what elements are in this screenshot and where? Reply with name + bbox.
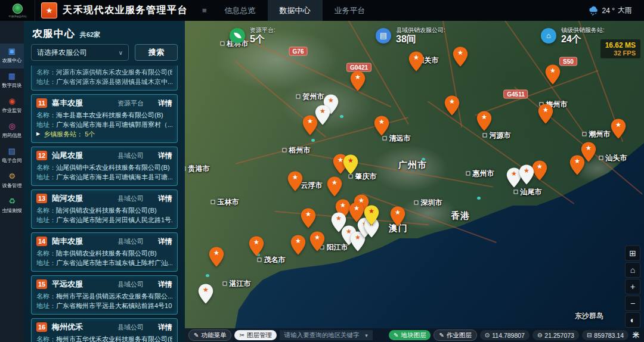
parcel-layer-button[interactable]: ✎ 地块图层 bbox=[389, 330, 431, 340]
map-marker-orange[interactable]: ★ bbox=[545, 64, 561, 85]
region-search-placeholder: 请输入要查询的地区关键字 bbox=[284, 331, 360, 340]
map-control-fullscreen[interactable]: ⊞ bbox=[625, 245, 640, 261]
map-marker-orange[interactable]: ★ bbox=[453, 46, 468, 67]
map-marker-orange[interactable]: ★ bbox=[538, 104, 553, 124]
map-control-zoom-out[interactable]: − bbox=[625, 296, 640, 311]
company-name: 海丰县嘉丰农业科技服务有限公司(B) bbox=[56, 110, 163, 120]
sidebar: ▣农服中心▦数字田块◉作业监管◎用药信息▤电子合同⚙设备管理♻虫情测报 bbox=[0, 21, 24, 342]
region-search-input[interactable]: 请输入要查询的地区关键字 ▾ bbox=[280, 330, 373, 340]
marker-star-icon: ★ bbox=[287, 173, 303, 181]
map-marker-white[interactable]: ★ bbox=[198, 284, 213, 304]
company-type-tag: 县域公司 bbox=[117, 280, 144, 289]
perf-badge: 16.62 MS 32 FPS bbox=[600, 39, 640, 58]
sidebar-item-虫情测报[interactable]: ♻虫情测报 bbox=[0, 194, 24, 219]
map-marker-orange[interactable]: ★ bbox=[290, 235, 306, 255]
map-control-zoom-in[interactable]: + bbox=[625, 279, 640, 294]
field-name-label: 名称： bbox=[36, 110, 56, 120]
sidebar-item-label: 虫情测报 bbox=[2, 207, 21, 214]
map-marker-orange[interactable]: ★ bbox=[350, 71, 366, 91]
company-detail-link[interactable]: 详情 bbox=[158, 279, 172, 290]
scissors-icon: ✂ bbox=[239, 332, 244, 338]
company-detail-link[interactable]: 详情 bbox=[158, 237, 172, 247]
nav-item-业务平台[interactable]: 业务平台 bbox=[323, 0, 377, 21]
menu-icon[interactable]: ≡ bbox=[202, 6, 207, 15]
map-marker-yellow[interactable]: ★ bbox=[343, 154, 358, 175]
map-marker-orange[interactable]: ★ bbox=[611, 119, 626, 139]
map[interactable]: 16.62 MS 32 FPS 桂林市贺州市韶关市梅州市河源市潮州市汕头市清远市… bbox=[185, 21, 644, 342]
work-layer-button[interactable]: ✎ 作业图层 bbox=[434, 329, 476, 341]
map-marker-orange[interactable]: ★ bbox=[569, 155, 585, 175]
company-name: 河源市东源供销东禾农业服务有限公司(B) bbox=[56, 67, 172, 77]
company-type-tag: 县域公司 bbox=[117, 194, 144, 203]
field-name-label: 名称： bbox=[36, 334, 56, 342]
sidebar-item-农服中心[interactable]: ▣农服中心 bbox=[0, 43, 24, 69]
field-name-label: 名称： bbox=[36, 248, 56, 258]
company-type-tag: 县域公司 bbox=[117, 323, 144, 332]
marker-star-icon: ★ bbox=[198, 285, 213, 294]
left-panel: 农服中心 共62家 请选择农服公司 ∨ 搜索 10河源农服县域公司详情名称：河源… bbox=[24, 21, 185, 342]
company-card[interactable]: 14陆丰农服县域公司详情名称：陆丰供销农业科技服务有限公司(B)地址：广东省汕尾… bbox=[31, 232, 178, 272]
sidebar-item-用药信息[interactable]: ◎用药信息 bbox=[0, 119, 24, 144]
company-detail-link[interactable]: 详情 bbox=[158, 194, 172, 204]
distance-value: 859783.14 bbox=[594, 332, 624, 339]
map-marker-orange[interactable]: ★ bbox=[374, 116, 389, 136]
company-field-row: 地址：广东省河源市东源县骆湖镇县城木京中... bbox=[36, 77, 172, 86]
nav-item-信息总览[interactable]: 信息总览 bbox=[213, 0, 268, 21]
sidebar-item-作业监管[interactable]: ◉作业监管 bbox=[0, 94, 24, 119]
company-title: 汕尾农服 bbox=[52, 150, 83, 161]
company-card[interactable]: 11嘉丰农服资源平台详情名称：海丰县嘉丰农业科技服务有限公司(B)地址：广东省汕… bbox=[31, 94, 178, 143]
map-marker-orange[interactable]: ★ bbox=[444, 95, 460, 116]
brand-logo: ★ bbox=[41, 2, 57, 18]
city-label-香港: 香港 bbox=[451, 210, 470, 222]
map-marker-orange[interactable]: ★ bbox=[327, 176, 342, 197]
map-marker-orange[interactable]: ★ bbox=[301, 208, 316, 228]
sidebar-item-label: 电子合同 bbox=[2, 157, 21, 164]
company-card[interactable]: 13陆河农服县域公司详情名称：陆河供销农业科技服务有限公司(B)地址：广东省汕尾… bbox=[31, 189, 178, 229]
map-marker-white[interactable]: ★ bbox=[315, 105, 330, 125]
sidebar-item-设备管理[interactable]: ⚙设备管理 bbox=[0, 169, 24, 194]
company-detail-link[interactable]: 详情 bbox=[158, 151, 172, 161]
map-marker-orange[interactable]: ★ bbox=[408, 51, 424, 71]
stat-value: 5个 bbox=[250, 34, 275, 45]
map-marker-orange[interactable]: ★ bbox=[390, 206, 405, 226]
map-control-globe[interactable]: ◐ bbox=[625, 312, 640, 328]
map-control-home[interactable]: ⌂ bbox=[625, 262, 640, 278]
company-field-row: 地址：广东省汕尾市陆河县河田镇人民北路1号... bbox=[36, 215, 172, 225]
marker-star-icon: ★ bbox=[374, 117, 389, 126]
top-header: 中国供销合作社 ★ 天禾现代农业服务管理平台 ≡ 信息总览数据中心业务平台 24… bbox=[0, 0, 644, 21]
company-detail-link[interactable]: 详情 bbox=[158, 98, 172, 108]
company-card[interactable]: 12汕尾农服县域公司详情名称：汕尾供销中禾农业科技服务有限公司(B)地址：广东省… bbox=[31, 147, 178, 186]
sidebar-item-数字田块[interactable]: ▦数字田块 bbox=[0, 69, 24, 94]
search-button[interactable]: 搜索 bbox=[135, 44, 178, 61]
nav-item-数据中心[interactable]: 数据中心 bbox=[268, 0, 323, 21]
coop-logo-text: 中国供销合作社 bbox=[8, 14, 26, 17]
company-index-badge: 11 bbox=[36, 98, 47, 108]
bottom-toolbar: ✎ 功能菜单 ✂ 图层管理 请输入要查询的地区关键字 ▾ ✎ 地块图层 ✎ 作业… bbox=[185, 328, 644, 342]
pencil-icon: ✎ bbox=[194, 332, 199, 338]
map-marker-orange[interactable]: ★ bbox=[249, 236, 264, 256]
map-marker-yellow[interactable]: ★ bbox=[364, 205, 379, 225]
map-marker-orange[interactable]: ★ bbox=[209, 247, 224, 267]
company-detail-link[interactable]: 详情 bbox=[158, 322, 172, 332]
company-card[interactable]: 15平远农服县域公司详情名称：梅州市平远县供销远禾农业服务有限公...地址：广东… bbox=[31, 275, 178, 315]
layer-manage-button[interactable]: ✂ 图层管理 bbox=[234, 330, 276, 340]
company-list: 10河源农服县域公司详情名称：河源市东源供销东禾农业服务有限公司(B)地址：广东… bbox=[24, 66, 185, 342]
company-select[interactable]: 请选择农服公司 ∨ bbox=[31, 44, 129, 61]
marker-star-icon: ★ bbox=[545, 66, 561, 74]
map-marker-orange[interactable]: ★ bbox=[476, 111, 492, 131]
map-marker-white[interactable]: ★ bbox=[519, 164, 534, 185]
township-stations-row[interactable]: ▶乡镇服务站： 5个 bbox=[36, 129, 172, 139]
map-marker-orange[interactable]: ★ bbox=[309, 231, 325, 251]
map-marker-orange[interactable]: ★ bbox=[287, 171, 303, 191]
page-title: 天禾现代农业服务管理平台 bbox=[63, 4, 188, 17]
company-card[interactable]: 10河源农服县域公司详情名称：河源市东源供销东禾农业服务有限公司(B)地址：广东… bbox=[31, 66, 178, 91]
company-count: 共62家 bbox=[80, 30, 100, 39]
water-dot bbox=[477, 197, 481, 200]
function-menu-button[interactable]: ✎ 功能菜单 bbox=[188, 329, 231, 341]
marker-star-icon: ★ bbox=[309, 233, 325, 241]
sidebar-item-电子合同[interactable]: ▤电子合同 bbox=[0, 144, 24, 169]
chevron-down-icon: ∨ bbox=[119, 49, 123, 56]
company-card[interactable]: 16梅州优禾县域公司详情名称：梅州市五华优禾农业科技服务有限公司(B)地址：广东… bbox=[31, 318, 178, 342]
weather-temp: 24 ° bbox=[602, 7, 615, 15]
city-label-深圳市: 深圳市 bbox=[414, 198, 442, 208]
